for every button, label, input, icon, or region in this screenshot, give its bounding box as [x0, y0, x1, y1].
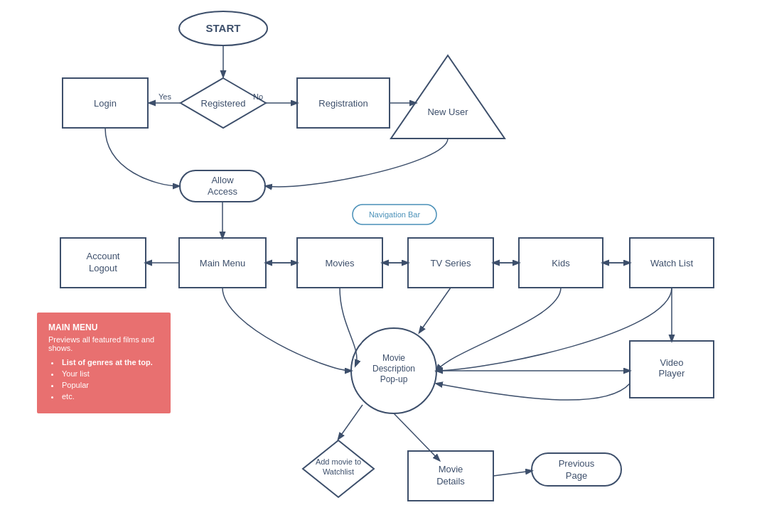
- registered-label: Registered: [201, 98, 246, 109]
- tv-series-label: TV Series: [430, 258, 471, 268]
- allow-access-label2: Access: [208, 186, 237, 197]
- video-player-label: Video: [660, 357, 683, 368]
- movie-details-label: Movie: [439, 464, 463, 474]
- note-item-1: List of genres at the top.: [51, 358, 159, 367]
- registration-label: Registration: [318, 98, 367, 109]
- svg-line-33: [338, 405, 363, 439]
- add-watchlist-label: Add movie to: [316, 457, 361, 466]
- flowchart-svg: START Registered Yes Login No Registrati…: [0, 0, 762, 532]
- add-watchlist-label2: Watchlist: [323, 467, 354, 476]
- account-logout-label2: Logout: [89, 263, 117, 273]
- note-item-2: Your list: [51, 369, 159, 378]
- movie-details-label2: Details: [436, 476, 465, 487]
- movie-desc-label2: Description: [372, 364, 415, 374]
- start-label: START: [206, 22, 241, 34]
- video-player-label2: Player: [659, 368, 686, 379]
- svg-marker-8: [391, 55, 505, 139]
- note-description: Previews all featured films and shows.: [48, 335, 159, 352]
- main-menu-note: MAIN MENU Previews all featured films an…: [37, 313, 171, 413]
- movies-label: Movies: [325, 258, 355, 268]
- movie-desc-label: Movie: [382, 353, 405, 363]
- movie-desc-label3: Pop-up: [380, 374, 408, 384]
- note-list: List of genres at the top. Your list Pop…: [48, 358, 159, 401]
- nav-bar-label: Navigation Bar: [369, 210, 420, 219]
- yes-label: Yes: [159, 92, 171, 101]
- login-label: Login: [94, 98, 117, 109]
- svg-line-32: [394, 413, 439, 460]
- no-label: No: [253, 92, 263, 101]
- note-item-4: etc.: [51, 392, 159, 401]
- allow-access-label: Allow: [211, 175, 234, 185]
- note-title: MAIN MENU: [48, 322, 159, 332]
- account-logout-label: Account: [87, 251, 120, 261]
- main-menu-label: Main Menu: [200, 258, 245, 268]
- previous-page-label: Previous: [559, 458, 595, 469]
- watch-list-label: Watch List: [650, 258, 694, 268]
- svg-line-28: [419, 288, 451, 332]
- kids-label: Kids: [552, 258, 570, 268]
- new-user-label: New User: [427, 107, 468, 117]
- note-item-3: Popular: [51, 381, 159, 389]
- svg-line-35: [493, 471, 532, 476]
- previous-page-label2: Page: [566, 470, 587, 481]
